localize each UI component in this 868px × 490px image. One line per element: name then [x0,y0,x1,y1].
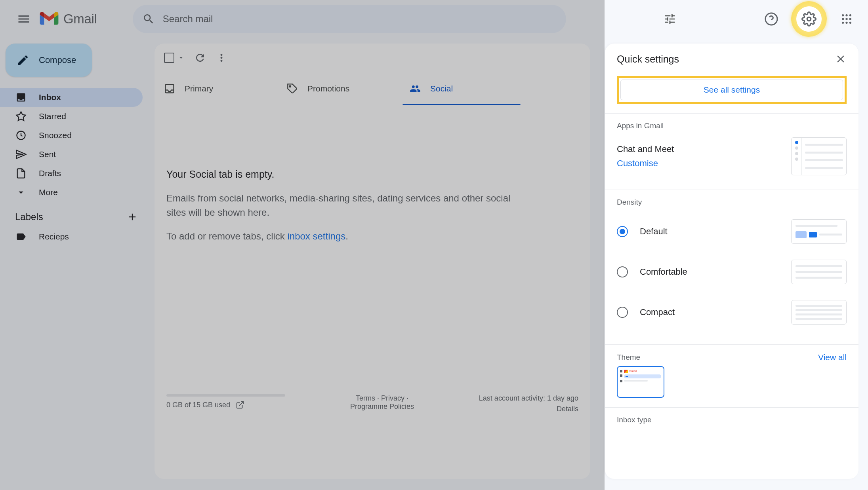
chevron-down-icon [15,186,27,198]
customise-link[interactable]: Customise [617,158,674,169]
people-icon [410,83,421,94]
tab-promotions[interactable]: Promotions [277,72,400,105]
tag-icon [287,83,298,94]
sidebar-item-drafts[interactable]: Drafts [0,164,143,183]
svg-point-4 [807,17,811,21]
gear-icon [801,11,816,27]
compose-button[interactable]: Compose [6,44,92,77]
google-apps-button[interactable] [835,7,858,31]
settings-button[interactable] [796,6,822,32]
gmail-logo-icon [40,12,59,26]
settings-button-highlight [791,1,827,37]
search-input[interactable] [163,13,557,25]
density-section-title: Density [617,198,847,207]
main-menu-button[interactable] [10,5,38,33]
storage-progress [166,394,285,397]
file-icon [15,167,27,179]
radio-icon [617,266,628,277]
empty-hint: To add or remove tabs, click inbox setti… [166,231,578,242]
open-in-new-icon[interactable] [236,401,244,409]
see-all-settings-button[interactable]: See all settings [620,80,843,100]
empty-description: Emails from social networks, media-shari… [166,191,515,220]
search-icon[interactable] [142,13,155,25]
inbox-icon [164,83,175,94]
select-all-checkbox[interactable] [164,53,185,63]
tab-social[interactable]: Social [400,72,523,105]
policies-link[interactable]: Programme Policies [350,403,414,410]
dropdown-caret-icon[interactable] [177,54,185,61]
sidebar-item-more[interactable]: More [0,183,143,202]
svg-point-8 [842,18,844,20]
chat-meet-label: Chat and Meet [617,144,674,154]
sidebar-item-label: More [39,188,58,197]
theme-section-title: Theme [617,353,640,362]
terms-link[interactable]: Terms [356,394,375,402]
label-item-label: Recieps [39,232,69,241]
svg-point-10 [849,18,851,20]
refresh-icon [194,52,206,64]
density-thumbnail-comfortable [791,260,847,284]
quick-settings-title: Quick settings [617,53,679,65]
svg-point-11 [842,22,844,24]
storage-text: 0 GB of 15 GB used [166,401,230,409]
search-bar[interactable] [133,5,566,33]
star-icon [15,110,27,122]
svg-point-6 [845,14,847,16]
last-activity-text: Last account activity: 1 day ago [479,394,578,403]
sidebar-item-label: Snoozed [39,131,72,140]
apps-preview-thumbnail [791,137,847,175]
sidebar-item-label: Drafts [39,169,61,178]
sidebar-item-label: Sent [39,150,56,159]
tab-label: Primary [185,84,213,93]
help-icon [764,12,778,26]
radio-icon [617,226,628,237]
theme-option-default[interactable]: Gmail [617,366,664,398]
density-option-compact[interactable]: Compact [617,307,675,318]
add-label-button[interactable] [127,211,138,222]
sidebar-item-sent[interactable]: Sent [0,145,143,164]
more-actions-button[interactable] [216,52,227,64]
svg-point-13 [849,22,851,24]
privacy-link[interactable]: Privacy [381,394,404,402]
inbox-type-section-title: Inbox type [617,416,847,424]
plus-icon [127,211,138,222]
see-all-settings-highlight: See all settings [617,76,847,104]
svg-point-9 [845,18,847,20]
tab-label: Social [430,84,453,93]
close-quick-settings-button[interactable] [835,53,847,65]
details-link[interactable]: Details [557,405,578,413]
density-thumbnail-compact [791,300,847,325]
pencil-icon [17,54,29,66]
svg-point-7 [849,14,851,16]
inbox-settings-link[interactable]: inbox settings [287,231,345,241]
tab-label: Promotions [307,84,349,93]
support-button[interactable] [759,7,783,31]
density-thumbnail-default [791,219,847,244]
radio-icon [617,307,628,318]
sidebar-item-label: Inbox [39,93,61,102]
sidebar-item-snoozed[interactable]: Snoozed [0,126,143,145]
density-option-default[interactable]: Default [617,226,668,237]
sidebar-item-starred[interactable]: Starred [0,107,143,126]
checkbox-icon [164,53,174,63]
gmail-logo[interactable]: Gmail [40,11,97,27]
svg-point-12 [845,22,847,24]
more-vert-icon [216,52,227,64]
empty-title: Your Social tab is empty. [166,169,578,180]
density-option-comfortable[interactable]: Comfortable [617,266,687,277]
send-icon [15,148,27,160]
inbox-icon [15,91,27,103]
label-item-recieps[interactable]: Recieps [0,227,143,246]
tab-primary[interactable]: Primary [155,72,277,105]
theme-view-all-link[interactable]: View all [818,353,847,362]
apps-grid-icon [840,13,853,25]
compose-label: Compose [39,55,76,65]
sidebar-item-inbox[interactable]: Inbox [0,88,143,107]
svg-point-2 [289,85,291,87]
hamburger-icon [17,12,31,26]
apps-section-title: Apps in Gmail [617,122,847,130]
clock-icon [15,129,27,141]
refresh-button[interactable] [194,52,206,64]
label-tag-icon [15,231,27,243]
svg-point-5 [842,14,844,16]
